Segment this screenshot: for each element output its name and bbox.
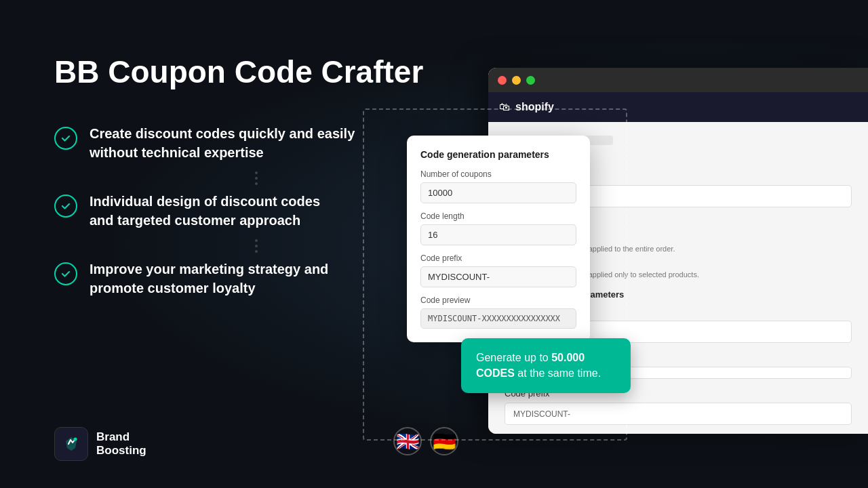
banner-text: Generate up to 50.000CODES at the same t… (476, 350, 616, 381)
feature-item-1: Create discount codes quickly and easily… (54, 124, 448, 162)
feature-item-3: Improve your marketing strategy andpromo… (54, 260, 448, 298)
dots-2 (65, 239, 448, 253)
page-title: BB Coupon Code Crafter (54, 54, 448, 90)
modal-code-prefix-input[interactable]: MYDISCOUNT- (420, 266, 576, 287)
modal-num-coupons-label: Number of coupons (420, 169, 576, 179)
feature-list: Create discount codes quickly and easily… (54, 124, 448, 304)
modal-num-coupons-input[interactable]: 10000 (420, 182, 576, 203)
code-prefix-input-right[interactable]: MYDISCOUNT- (505, 403, 852, 425)
modal-title: Code generation parameters (420, 149, 576, 160)
left-section: BB Coupon Code Crafter Create discount c… (54, 54, 448, 304)
promo-banner: Generate up to 50.000CODES at the same t… (461, 338, 631, 393)
brand-name: BrandBoosting (96, 430, 146, 458)
brand-logo (54, 427, 88, 461)
code-gen-modal: Code generation parameters Number of cou… (407, 136, 590, 342)
flags: 🇬🇧 🇩🇪 (393, 427, 458, 455)
check-icon-3 (54, 262, 77, 285)
minimize-button (512, 76, 521, 85)
banner-bold-text: 50.000CODES (476, 352, 585, 378)
dots-1 (65, 171, 448, 185)
feature-text-3: Improve your marketing strategy andpromo… (90, 260, 328, 298)
flag-uk[interactable]: 🇬🇧 (393, 427, 422, 455)
main-content: BB Coupon Code Crafter Create discount c… (0, 0, 868, 488)
feature-text-1: Create discount codes quickly and easily… (90, 124, 355, 162)
shopify-bag-icon: 🛍 (499, 101, 510, 113)
modal-code-preview-value: MYDISCOUNT-XXXXXXXXXXXXXXXX (420, 308, 576, 329)
maximize-button (526, 76, 535, 85)
feature-text-2: Individual design of discount codesand t… (90, 192, 320, 230)
check-icon-2 (54, 195, 77, 218)
feature-item-2: Individual design of discount codesand t… (54, 192, 448, 230)
flag-de[interactable]: 🇩🇪 (430, 427, 458, 455)
close-button (498, 76, 507, 85)
window-titlebar (488, 68, 868, 92)
shopify-logo-text: shopify (515, 101, 554, 113)
shopify-bar: 🛍 shopify (488, 92, 868, 122)
modal-code-length-input[interactable]: 16 (420, 224, 576, 245)
modal-code-prefix-label: Code prefix (420, 253, 576, 263)
modal-code-preview-label: Code preview (420, 296, 576, 305)
modal-code-length-label: Code length (420, 211, 576, 221)
right-section: 🛍 shopify Discount name Example Discount… (488, 68, 868, 434)
check-icon-1 (54, 127, 77, 150)
svg-point-0 (74, 438, 77, 441)
branding: BrandBoosting (54, 427, 146, 461)
